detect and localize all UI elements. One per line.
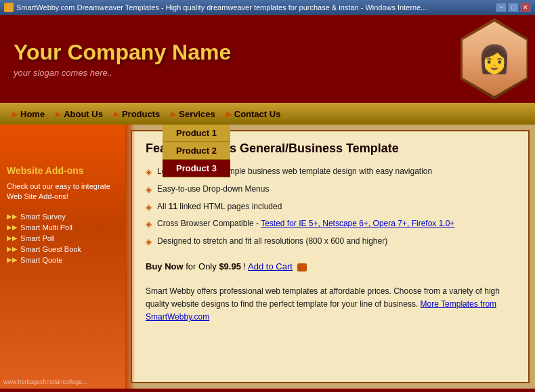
browser-icon [4,3,14,12]
add-to-cart-link[interactable]: Add to Cart [248,261,293,271]
sidebar-description: Check out our easy to integrate Web Site… [7,181,119,202]
sidebar-bottom-text: www.heritagechristiancollege... [3,378,87,385]
nav-arrow-contact: ▶ [226,110,232,118]
feature-item-5: ◈ Designed to stretch and fit all resolu… [146,236,515,248]
footer: Copyright © www.yourcompany.com - All Ri… [0,389,535,392]
nav-arrow-about: ▶ [56,110,61,118]
minimize-button[interactable]: − [496,3,507,12]
dropdown-product3[interactable]: Product 3 [163,160,230,177]
header-image: 👩 [461,18,528,100]
sidebar-link-poll[interactable]: ▶▶ Smart Poll [7,234,119,242]
sidebar-link-guestbook[interactable]: ▶▶ Smart Guest Book [7,245,119,253]
feature-bold: 11 [169,202,177,211]
bullet-5: ◈ [146,236,152,248]
close-button[interactable]: ✕ [520,3,531,12]
nav-contact-us[interactable]: ▶ Contact Us [221,109,286,119]
cart-icon [297,263,307,271]
nav-bar: ▶ Home ▶ About Us ▶ Products ▶ Services … [0,103,535,125]
slogan: your slogan comes here.. [14,68,231,78]
sidebar-arrow-guestbook: ▶▶ [7,245,18,253]
maximize-button[interactable]: □ [508,3,519,12]
sidebar-title: Website Add-ons [7,165,119,176]
features-list: ◈ Low-cost smart & simple business web t… [146,166,515,248]
dropdown-product1[interactable]: Product 1 [163,125,230,142]
sidebar-arrow-survey: ▶▶ [7,213,18,220]
header-person: 👩 [463,22,527,96]
nav-products[interactable]: ▶ Products [108,109,165,119]
nav-services[interactable]: ▶ Services [165,109,221,119]
title-bar-text: SmartWebby.com Dreamweaver Templates - H… [16,3,496,12]
sidebar-link-multipoll[interactable]: ▶▶ Smart Multi Poll [7,223,119,232]
price-text: $9.95 [219,261,241,271]
header-text: Your Company Name your slogan comes here… [14,40,231,78]
buy-now-text: Buy Now [146,261,184,271]
sidebar-arrow-poll: ▶▶ [7,234,18,242]
sidebar-arrow-multipoll: ▶▶ [7,223,18,231]
main-layout: Website Add-ons Check out our easy to in… [0,125,535,389]
nav-home[interactable]: ▶ Home [7,109,50,119]
nav-about-us[interactable]: ▶ About Us [50,109,108,119]
products-dropdown: Product 1 Product 2 Product 3 [163,125,230,177]
cross-browser-link[interactable]: Tested for IE 5+, Netscape 6+, Opera 7+,… [261,219,454,228]
feature-item-4: ◈ Cross Browser Compatible - Tested for … [146,218,515,230]
nav-arrow-home: ▶ [12,110,18,118]
nav-arrow-products: ▶ [114,110,119,118]
sidebar-arrow-quote: ▶▶ [7,256,18,263]
feature-item-3: ◈ All 11 linked HTML pages included [146,201,515,213]
bullet-3: ◈ [146,202,152,213]
sidebar-link-quote[interactable]: ▶▶ Smart Quote [7,256,119,264]
header: Your Company Name your slogan comes here… [0,15,535,103]
sidebar-link-survey[interactable]: ▶▶ Smart Survey [7,213,119,221]
bullet-2: ◈ [146,184,152,196]
title-bar: SmartWebby.com Dreamweaver Templates - H… [0,0,535,15]
feature-item-2: ◈ Easy-to-use Drop-down Menus [146,183,515,196]
company-name: Your Company Name [14,40,231,65]
bullet-4: ◈ [146,219,152,230]
bullet-1: ◈ [146,167,152,178]
dropdown-product2[interactable]: Product 2 [163,142,230,160]
sidebar: Website Add-ons Check out our easy to in… [0,125,125,389]
buy-section: Buy Now for Only $9.95 ! Add to Cart [146,261,515,271]
nav-arrow-services: ▶ [171,110,176,118]
title-bar-buttons: − □ ✕ [496,3,531,12]
body-text: Smart Webby offers professional web temp… [146,285,515,324]
